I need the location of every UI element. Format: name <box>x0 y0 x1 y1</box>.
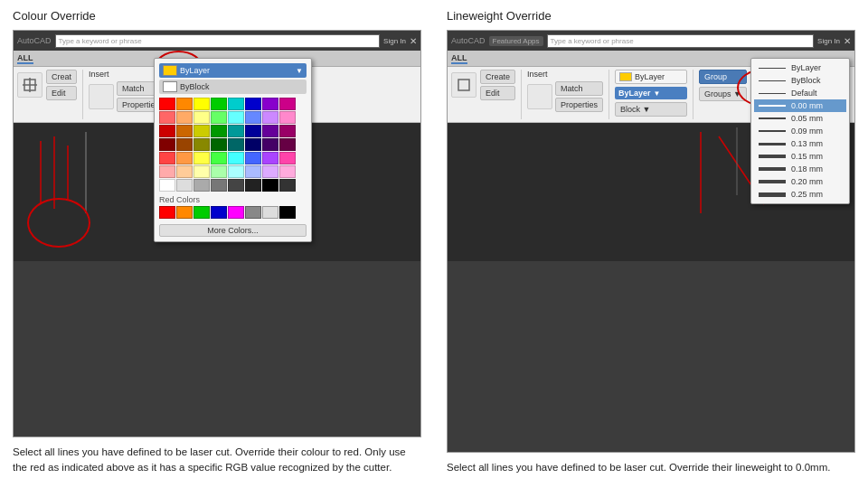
color-cell[interactable] <box>176 179 193 192</box>
left-tab-all[interactable]: ALL <box>17 53 33 64</box>
color-cell[interactable] <box>211 111 227 124</box>
color-cell[interactable] <box>159 111 175 124</box>
color-cell[interactable] <box>245 98 261 110</box>
byblock-swatch <box>163 81 177 92</box>
color-cell[interactable] <box>228 179 244 192</box>
color-cell[interactable] <box>159 138 175 151</box>
byblock-option[interactable]: ByBlock <box>159 80 307 94</box>
color-cell[interactable] <box>279 111 296 124</box>
bylayer-lw-arrow[interactable]: ▼ <box>654 89 661 98</box>
color-cell[interactable] <box>211 179 227 192</box>
color-cell[interactable] <box>279 165 296 178</box>
color-cell[interactable] <box>245 111 261 124</box>
right-create-btn[interactable]: Create <box>480 70 515 84</box>
right-groups-dropdown[interactable]: Groups ▼ <box>699 87 747 101</box>
color-cell[interactable] <box>211 138 227 151</box>
right-props-btn[interactable]: Properties <box>555 98 603 112</box>
lineweight-item[interactable]: ByBlock <box>754 74 846 87</box>
recent-color-swatch[interactable] <box>279 206 296 219</box>
more-colors-button[interactable]: More Colors... <box>159 224 307 237</box>
color-cell[interactable] <box>159 165 175 178</box>
color-cell[interactable] <box>262 98 278 110</box>
color-cell[interactable] <box>228 125 244 137</box>
lineweight-item[interactable]: 0.05 mm <box>754 112 846 125</box>
left-close-icon[interactable]: ✕ <box>410 36 417 46</box>
lineweight-item[interactable]: 0.15 mm <box>754 150 846 163</box>
color-cell[interactable] <box>279 152 296 164</box>
lineweight-item[interactable]: 0.20 mm <box>754 175 846 188</box>
bylayer-option-label: ByLayer <box>180 66 293 75</box>
recent-color-swatch[interactable] <box>159 206 175 219</box>
recent-color-swatch[interactable] <box>211 206 227 219</box>
color-cell[interactable] <box>228 111 244 124</box>
lineweight-item[interactable]: 0.09 mm <box>754 125 846 137</box>
color-cell[interactable] <box>211 125 227 137</box>
lineweight-item[interactable]: ByLayer <box>754 61 846 74</box>
recent-color-swatch[interactable] <box>245 206 261 219</box>
color-cell[interactable] <box>245 179 261 192</box>
lineweight-item[interactable]: 0.13 mm <box>754 137 846 150</box>
recent-color-swatch[interactable] <box>193 206 210 219</box>
recent-color-swatch[interactable] <box>262 206 278 219</box>
color-cell[interactable] <box>245 138 261 151</box>
color-cell[interactable] <box>211 98 227 110</box>
color-cell[interactable] <box>245 165 261 178</box>
right-divider-3 <box>693 70 693 119</box>
color-cell[interactable] <box>159 152 175 164</box>
color-cell[interactable] <box>279 98 296 110</box>
color-cell[interactable] <box>159 179 175 192</box>
color-cell[interactable] <box>193 111 210 124</box>
right-group-btn[interactable]: Group <box>699 70 747 84</box>
color-cell[interactable] <box>262 152 278 164</box>
color-cell[interactable] <box>228 152 244 164</box>
color-cell[interactable] <box>159 98 175 110</box>
lineweight-item[interactable]: 0.18 mm <box>754 163 846 175</box>
color-cell[interactable] <box>193 152 210 164</box>
right-tab-all[interactable]: ALL <box>451 53 467 64</box>
color-cell[interactable] <box>279 138 296 151</box>
color-cell[interactable] <box>176 138 193 151</box>
color-cell[interactable] <box>228 165 244 178</box>
color-cell[interactable] <box>262 165 278 178</box>
color-cell[interactable] <box>193 165 210 178</box>
color-cell[interactable] <box>262 125 278 137</box>
color-cell[interactable] <box>262 179 278 192</box>
recent-color-swatch[interactable] <box>176 206 193 219</box>
color-cell[interactable] <box>176 98 193 110</box>
featured-apps-label[interactable]: Featured Apps <box>489 36 543 46</box>
color-cell[interactable] <box>193 125 210 137</box>
color-cell[interactable] <box>176 152 193 164</box>
color-cell[interactable] <box>211 152 227 164</box>
lineweight-item[interactable]: Default <box>754 87 846 99</box>
color-cell[interactable] <box>211 165 227 178</box>
color-cell[interactable] <box>176 125 193 137</box>
lineweight-item[interactable]: 0.00 mm <box>754 99 846 112</box>
right-block-btn[interactable]: Block ▼ <box>615 102 687 117</box>
right-sign-in[interactable]: Sign In <box>817 37 840 45</box>
color-cell[interactable] <box>279 125 296 137</box>
right-match-btn[interactable]: Match <box>555 81 603 96</box>
left-search-bar[interactable]: Type a keyword or phrase <box>55 34 381 48</box>
color-cell[interactable] <box>159 125 175 137</box>
right-close-icon[interactable]: ✕ <box>844 36 851 46</box>
lineweight-item[interactable]: 0.25 mm <box>754 188 846 201</box>
color-cell[interactable] <box>193 138 210 151</box>
left-sign-in[interactable]: Sign In <box>383 37 406 45</box>
recent-color-swatch[interactable] <box>228 206 244 219</box>
color-cell[interactable] <box>245 152 261 164</box>
bylayer-option[interactable]: ByLayer ▼ <box>159 63 307 78</box>
color-cell[interactable] <box>228 98 244 110</box>
color-cell[interactable] <box>193 98 210 110</box>
color-cell[interactable] <box>176 165 193 178</box>
color-cell[interactable] <box>228 138 244 151</box>
left-edit-btn[interactable]: Edit <box>46 86 77 100</box>
left-create-btn[interactable]: Creat <box>46 70 77 84</box>
color-cell[interactable] <box>262 138 278 151</box>
color-cell[interactable] <box>176 111 193 124</box>
right-search-bar[interactable]: Type a keyword or phrase <box>547 34 815 48</box>
right-edit-btn[interactable]: Edit <box>480 86 515 100</box>
color-cell[interactable] <box>193 179 210 192</box>
color-cell[interactable] <box>262 111 278 124</box>
color-cell[interactable] <box>279 179 296 192</box>
color-cell[interactable] <box>245 125 261 137</box>
